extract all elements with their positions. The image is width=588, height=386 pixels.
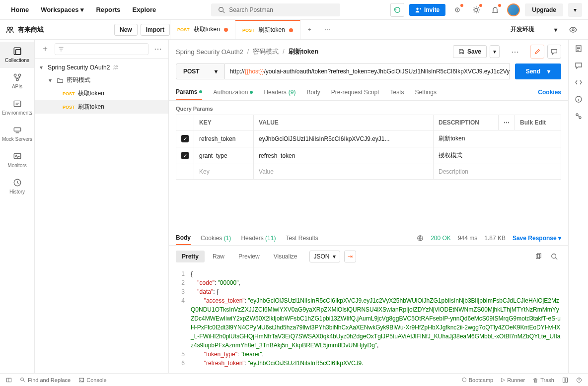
svg-point-4 [457,9,458,10]
rail-mock[interactable]: Mock Servers [0,121,34,147]
chevron-down-icon: ▾ [49,77,54,84]
tab-params[interactable]: Params [176,84,202,100]
save-button[interactable]: Save [453,45,487,58]
tree-folder[interactable]: ▾密码模式 [35,73,168,87]
tree-collection[interactable]: ▾Spring Security OAuth2 [35,62,168,73]
request-tab[interactable]: POST获取token [170,20,235,39]
save-response-button[interactable]: Save Response ▾ [513,235,561,242]
sb-console[interactable]: Console [78,377,106,383]
tab-options[interactable]: ⋯ [318,26,336,33]
docs-icon[interactable] [575,45,583,53]
nav-explore[interactable]: Explore [128,3,161,16]
rail-environments[interactable]: Environments [0,94,34,121]
format-select[interactable]: JSON▾ [309,251,340,262]
sb-sidebar-toggle[interactable] [6,377,12,383]
rail-monitors[interactable]: Monitors [0,147,34,173]
tab-tests[interactable]: Tests [390,85,404,100]
bulk-edit-link[interactable]: Bulk Edit [515,115,561,130]
svg-point-0 [219,7,223,11]
globe-icon[interactable] [417,235,424,242]
nav-home[interactable]: Home [6,3,34,16]
comment-icon[interactable] [547,45,561,59]
unsaved-dot-icon [224,28,228,32]
tab-headers[interactable]: Headers (9) [264,85,295,100]
new-tab-button[interactable]: ＋ [300,25,318,34]
import-button[interactable]: Import [141,24,170,36]
tab-body[interactable]: Body [306,85,320,100]
svg-point-12 [18,74,21,76]
sidebar-filter-input[interactable] [55,43,148,55]
avatar[interactable] [507,3,520,16]
notifications-icon[interactable] [488,3,502,17]
search-response-icon[interactable] [547,250,561,263]
rail-apis[interactable]: APIs [0,68,34,94]
tab-prerequest[interactable]: Pre-request Script [331,85,379,100]
sb-find-replace[interactable]: Find and Replace [20,377,71,383]
copy-icon[interactable] [531,250,545,263]
response-size: 1.87 KB [484,235,506,242]
resp-tab-tests[interactable]: Test Results [286,232,318,245]
save-dropdown[interactable]: ▾ [490,45,500,58]
checkbox-icon[interactable]: ✓ [181,135,189,142]
cookies-link[interactable]: Cookies [538,89,561,96]
table-row[interactable]: ✓ refresh_token eyJhbGciOiJSUzI1NiIsInR5… [176,130,561,147]
resp-tab-cookies[interactable]: Cookies (1) [201,232,231,245]
sync-icon[interactable] [390,3,404,17]
environment-select[interactable]: 开发环境▾ [504,25,564,34]
sb-runner[interactable]: ▷ Runner [501,377,525,383]
resp-tab-headers[interactable]: Headers (11) [241,232,276,245]
table-row[interactable]: Key Value Description [176,164,561,180]
resp-tab-body[interactable]: Body [176,231,191,245]
breadcrumb-item[interactable]: 密码模式 [253,47,279,56]
search-input[interactable]: Search Postman [211,3,340,16]
wrap-lines-icon[interactable]: ⇥ [344,251,356,262]
sidebar-add-button[interactable]: ＋ [40,44,51,54]
nav-reports[interactable]: Reports [91,3,125,16]
request-tab[interactable]: POST刷新token [235,20,300,39]
sb-help-icon[interactable] [576,377,582,383]
code-icon[interactable] [575,78,583,86]
svg-rect-9 [14,48,21,55]
tab-authorization[interactable]: Authorization [213,85,253,100]
request-options[interactable]: ⋯ [510,47,520,57]
svg-point-27 [576,114,578,116]
sb-bootcamp[interactable]: ⬡ Bootcamp [462,377,494,383]
invite-button[interactable]: Invite [409,4,445,16]
view-pretty[interactable]: Pretty [176,251,205,262]
related-icon[interactable] [575,112,583,120]
info-icon[interactable] [575,95,583,103]
svg-point-11 [14,74,16,76]
sb-trash[interactable]: 🗑 Trash [533,377,554,383]
method-select[interactable]: POST▾ [176,64,225,79]
view-visualize[interactable]: Visualize [268,251,303,262]
upgrade-dropdown[interactable]: ▾ [568,3,582,17]
edit-icon[interactable] [530,45,544,59]
tree-request[interactable]: POST获取token [35,87,168,100]
tree-request[interactable]: POST刷新token [35,100,168,114]
preview-env-icon[interactable] [564,26,582,34]
svg-line-31 [23,380,25,382]
send-button[interactable]: Send▾ [515,64,561,79]
svg-line-24 [556,258,558,260]
response-body[interactable]: 1{ 2 "code": "00000", 3 "data": { 4 "acc… [169,267,568,373]
breadcrumb: Spring Security OAuth2/ 密码模式/ 刷新token Sa… [169,40,568,64]
svg-line-1 [223,11,225,13]
upgrade-button[interactable]: Upgrade [525,3,563,16]
rail-collections[interactable]: Collections [0,42,34,68]
sidebar-options[interactable]: ⋯ [152,44,163,54]
nav-workspaces[interactable]: Workspaces▾ [36,3,89,16]
top-nav: Home Workspaces▾ Reports Explore Search … [0,0,588,20]
settings-icon[interactable] [469,3,483,17]
view-preview[interactable]: Preview [232,251,266,262]
comments-icon[interactable] [575,62,583,69]
tab-settings[interactable]: Settings [415,85,437,100]
capture-icon[interactable] [450,3,464,17]
rail-history[interactable]: History [0,173,34,199]
url-input[interactable]: http://{{host}}/youlai-auth/oauth/token?… [225,64,510,79]
view-raw[interactable]: Raw [207,251,230,262]
new-button[interactable]: New [114,24,138,36]
table-row[interactable]: ✓ grant_type refresh_token 授权模式 [176,147,561,164]
checkbox-icon[interactable]: ✓ [181,152,189,159]
sb-layout-icon[interactable] [562,377,568,383]
breadcrumb-item[interactable]: Spring Security OAuth2 [176,48,243,56]
